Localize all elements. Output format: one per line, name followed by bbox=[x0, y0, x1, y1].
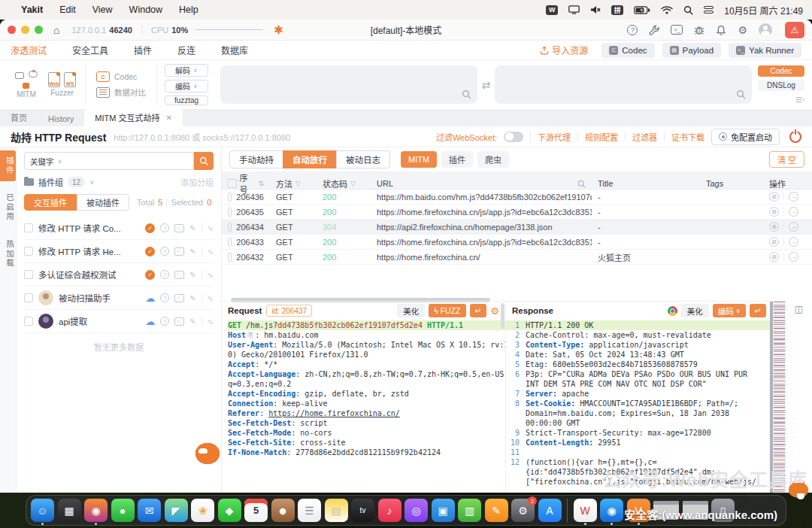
dock-yakit-icon[interactable]: V bbox=[627, 499, 650, 522]
filter-icon[interactable]: ▽ bbox=[295, 180, 301, 187]
help-icon[interactable]: ? bbox=[160, 317, 169, 326]
forward-op-icon[interactable]: → bbox=[789, 252, 798, 262]
shield-op-icon[interactable]: ⊘ bbox=[769, 237, 779, 247]
shield-op-icon[interactable]: ⊘ bbox=[769, 252, 779, 262]
forward-op-icon[interactable]: → bbox=[789, 222, 798, 232]
plugin-row-4[interactable]: api提取☁?>_✎∿ bbox=[24, 310, 214, 333]
filter-icon[interactable]: ▽ bbox=[350, 180, 356, 187]
spotlight-search-icon[interactable] bbox=[683, 5, 693, 15]
row-checkbox[interactable] bbox=[228, 208, 232, 217]
pulse-icon[interactable]: ∿ bbox=[208, 247, 214, 256]
terminal-icon[interactable]: >_ bbox=[174, 247, 184, 256]
terminal-icon[interactable]: >_ bbox=[174, 224, 184, 232]
fuzzer-shortcut[interactable]: Web WS Fuzzer bbox=[48, 72, 76, 97]
plugin-row-0[interactable]: 修改 HTTP 请求 Co...✓?>_✎∿ bbox=[24, 217, 214, 240]
keyword-select[interactable]: 关键字∨ bbox=[24, 152, 67, 170]
menu-item-window[interactable]: Window bbox=[129, 5, 162, 15]
home-icon[interactable]: ⌂ bbox=[53, 24, 59, 36]
request-scrollbar[interactable] bbox=[501, 303, 504, 329]
no-config-start-button[interactable]: 免配置启动 bbox=[711, 129, 780, 145]
settings-gear-icon[interactable]: ⚙ bbox=[738, 24, 747, 36]
page-tab-2[interactable]: MITM 交互式劫持✕ bbox=[84, 109, 183, 126]
battery-icon[interactable] bbox=[634, 6, 650, 14]
chevron-down-icon[interactable]: ∨ bbox=[89, 179, 94, 186]
shield-op-icon[interactable]: ⊘ bbox=[769, 192, 779, 202]
codec-input-left[interactable] bbox=[220, 65, 477, 104]
codec-input-right[interactable] bbox=[495, 65, 752, 104]
forward-op-icon[interactable]: → bbox=[789, 207, 798, 217]
dock-keynote-icon[interactable]: ▣ bbox=[432, 499, 455, 522]
dock-messages-icon[interactable]: ● bbox=[111, 499, 135, 522]
plugin-row-3[interactable]: 被动扫描助手☁?>_✎∿ bbox=[24, 287, 214, 310]
forward-op-icon[interactable]: → bbox=[789, 237, 798, 247]
swap-arrows-icon[interactable]: ⇄ bbox=[482, 79, 491, 91]
plugin-row-1[interactable]: 修改 HTTP 请求 He...✓?>_✎∿ bbox=[24, 240, 214, 263]
plugin-checkbox[interactable] bbox=[24, 247, 33, 256]
terminal-icon[interactable]: >_ bbox=[174, 317, 184, 326]
dock-vmware-icon[interactable]: W bbox=[574, 499, 597, 522]
plugin-checkbox[interactable] bbox=[24, 223, 33, 232]
help-icon[interactable]: ? bbox=[627, 25, 638, 35]
log-pill-0[interactable]: MITM bbox=[401, 151, 437, 168]
nav-tab-1[interactable]: 安全工具 bbox=[72, 44, 108, 56]
decode-dropdown[interactable]: 解码∨ bbox=[165, 64, 208, 77]
dock-maps-icon[interactable]: ◤ bbox=[165, 499, 188, 522]
dock-firefox-icon[interactable]: ◉ bbox=[84, 499, 108, 522]
page-tab-1[interactable]: History bbox=[38, 112, 84, 126]
dnslog-mode-button[interactable]: DNSLog bbox=[758, 80, 804, 91]
fuzztag-button[interactable]: fuzztag bbox=[165, 96, 208, 105]
newline-button[interactable]: ↵ bbox=[470, 304, 487, 317]
add-group-link[interactable]: 添加分组 bbox=[180, 176, 214, 188]
zoom-window-button[interactable] bbox=[35, 26, 43, 34]
fuzz-button[interactable]: ϟFUZZ bbox=[429, 304, 465, 317]
dock-system-settings-icon[interactable]: ⚙2 bbox=[511, 499, 535, 522]
dock-contacts-icon[interactable]: ☻ bbox=[271, 499, 295, 522]
table-row[interactable]: 206433GET200https://home.firefoxchina.cn… bbox=[222, 235, 812, 250]
select-all-checkbox[interactable] bbox=[228, 179, 237, 188]
dock-facetime-icon[interactable]: ◆ bbox=[218, 499, 241, 522]
codec-button[interactable]: CCodec bbox=[601, 43, 654, 58]
edit-icon[interactable]: ✎ bbox=[189, 317, 195, 326]
dock-window-1[interactable] bbox=[653, 501, 679, 520]
menu-item-yakit[interactable]: Yakit bbox=[21, 5, 43, 15]
nav-tab-3[interactable]: 反连 bbox=[177, 44, 195, 56]
row-checkbox[interactable] bbox=[228, 253, 232, 262]
table-row[interactable]: 206434GET304https://api2.firefoxchina.cn… bbox=[222, 220, 812, 235]
vmware-tray-icon[interactable]: W bbox=[546, 5, 558, 15]
tab-interactive-plugins[interactable]: 交互插件 bbox=[24, 194, 77, 211]
editor-settings-icon[interactable]: ⚙ bbox=[490, 305, 499, 317]
forward-op-icon[interactable]: → bbox=[789, 192, 798, 202]
help-icon[interactable]: ? bbox=[160, 223, 169, 232]
vertical-tab-2[interactable]: 热加载 bbox=[0, 234, 16, 275]
bug-icon[interactable] bbox=[694, 25, 704, 35]
table-row[interactable]: 206435GET200https://home.firefoxchina.cn… bbox=[222, 205, 812, 220]
close-tab-icon[interactable]: ✕ bbox=[165, 114, 171, 122]
pulse-icon[interactable]: ∿ bbox=[208, 271, 214, 279]
log-pill-1[interactable]: 插件 bbox=[441, 151, 473, 168]
dock-finder-icon[interactable]: ☺ bbox=[31, 499, 54, 522]
pulse-icon[interactable]: ∿ bbox=[208, 224, 214, 232]
edit-icon[interactable]: ✎ bbox=[189, 294, 195, 302]
user-avatar[interactable] bbox=[759, 23, 772, 37]
power-icon[interactable] bbox=[789, 131, 801, 143]
dock-window-2[interactable] bbox=[683, 501, 708, 520]
hijack-tab-1[interactable]: 自动放行 bbox=[283, 150, 337, 168]
dock-calendar-icon[interactable]: 5 bbox=[244, 499, 268, 522]
dock-trash-icon[interactable]: ▯ bbox=[711, 499, 735, 522]
search-button[interactable] bbox=[194, 152, 214, 170]
hijack-tab-0[interactable]: 手动劫持 bbox=[229, 150, 283, 168]
dock-photos-icon[interactable]: ❀ bbox=[191, 499, 214, 522]
table-row[interactable]: 206436GET200https://hm.baidu.com/hm.js?d… bbox=[222, 190, 812, 205]
encode-dropdown[interactable]: 编码∨ bbox=[165, 80, 208, 93]
close-window-button[interactable] bbox=[8, 26, 16, 34]
mitm-shortcut[interactable]: ✕ MITM Web WS Fuzzer bbox=[6, 64, 86, 105]
codec-shortcut[interactable]: CCodec bbox=[96, 71, 146, 82]
help-icon[interactable]: ? bbox=[160, 270, 169, 279]
mute-speaker-icon[interactable] bbox=[590, 5, 601, 14]
help-icon[interactable]: ? bbox=[160, 247, 169, 256]
pinyin-input-icon[interactable]: 拼 bbox=[611, 5, 623, 15]
nav-tab-4[interactable]: 数据库 bbox=[221, 44, 248, 56]
payload-button[interactable]: ▤Payload bbox=[662, 43, 722, 58]
page-tab-0[interactable]: 首页 bbox=[0, 109, 38, 126]
beautify-button[interactable]: 美化 bbox=[397, 304, 425, 317]
